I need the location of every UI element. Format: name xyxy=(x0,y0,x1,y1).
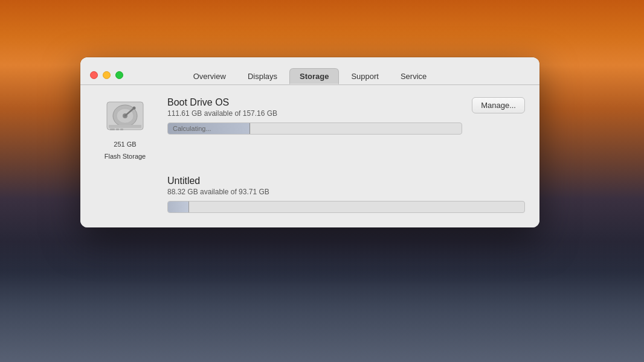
title-bar: Overview Displays Storage Support Servic… xyxy=(80,57,539,84)
tab-bar: Overview Displays Storage Support Servic… xyxy=(174,68,446,84)
close-button[interactable] xyxy=(90,71,98,79)
tab-service[interactable]: Service xyxy=(391,68,436,84)
about-this-mac-dialog: Overview Displays Storage Support Servic… xyxy=(80,57,539,227)
svg-point-5 xyxy=(133,107,136,110)
hdd-icon xyxy=(104,97,146,136)
untitled-drive-row: Untitled 88.32 GB available of 93.71 GB xyxy=(95,176,525,213)
svg-rect-9 xyxy=(120,129,123,130)
tab-storage[interactable]: Storage xyxy=(289,68,339,84)
minimize-button[interactable] xyxy=(103,71,111,79)
tab-overview[interactable]: Overview xyxy=(184,68,236,84)
boot-drive-available: 111.61 GB available of 157.16 GB xyxy=(167,109,462,118)
svg-rect-8 xyxy=(116,129,119,130)
boot-drive-info: Boot Drive OS 111.61 GB available of 157… xyxy=(167,97,462,135)
cloud-overlay xyxy=(0,241,644,362)
untitled-drive-name: Untitled xyxy=(167,176,525,186)
window-controls xyxy=(90,71,123,79)
calculating-label: Calculating... xyxy=(168,125,211,132)
tab-support[interactable]: Support xyxy=(341,68,388,84)
untitled-drive-info: Untitled 88.32 GB available of 93.71 GB xyxy=(167,176,525,213)
maximize-button[interactable] xyxy=(115,71,123,79)
boot-drive-name: Boot Drive OS xyxy=(167,97,462,108)
svg-rect-6 xyxy=(109,125,141,128)
manage-button[interactable]: Manage... xyxy=(472,97,525,113)
drive-capacity-label: 251 GB xyxy=(114,140,136,148)
storage-content: 251 GB Flash Storage Boot Drive OS 111.6… xyxy=(80,85,539,227)
drive-type-label: Flash Storage xyxy=(105,152,146,160)
untitled-progress-bar xyxy=(167,201,525,213)
untitled-drive-available: 88.32 GB available of 93.71 GB xyxy=(167,188,525,196)
untitled-progress-fill xyxy=(168,202,189,212)
boot-drive-icon-section: 251 GB Flash Storage xyxy=(95,97,155,161)
boot-drive-row: 251 GB Flash Storage Boot Drive OS 111.6… xyxy=(95,97,525,161)
boot-progress-bar: Calculating... xyxy=(167,122,462,135)
svg-rect-7 xyxy=(110,129,115,130)
tab-displays[interactable]: Displays xyxy=(238,68,287,84)
